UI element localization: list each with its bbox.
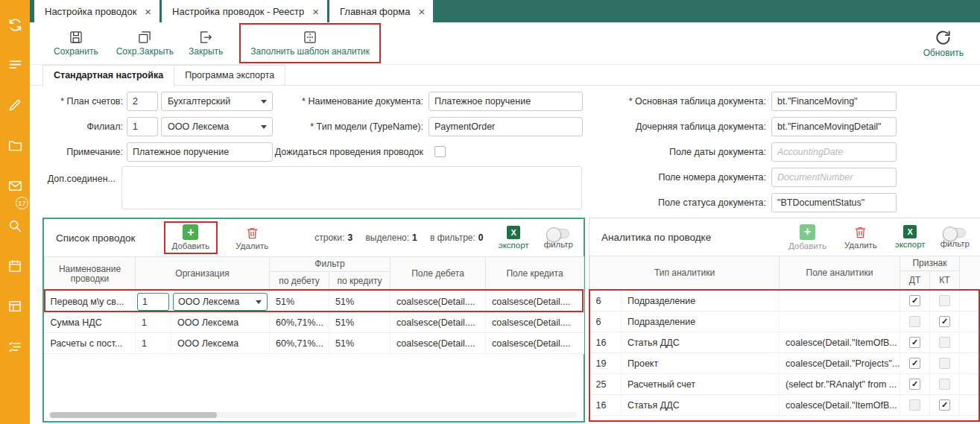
tab-main-form[interactable]: Главная форма × xyxy=(329,0,433,22)
col-header-by-credit: по кредиту xyxy=(329,272,391,291)
search-icon[interactable] xyxy=(0,206,30,246)
tab-close-icon[interactable]: × xyxy=(145,6,151,17)
number-field-label: Поле номера документа: xyxy=(658,172,766,183)
kt-checkbox[interactable] xyxy=(939,379,950,390)
dt-checkbox[interactable] xyxy=(909,358,920,369)
posting-row-selected[interactable]: Перевод м\у св... 1 ООО Лексема 51% 51% … xyxy=(45,291,584,312)
subtab-standard-settings[interactable]: Стандартная настройка xyxy=(42,65,174,85)
org-code-input[interactable]: 1 xyxy=(137,293,169,311)
analytics-panel-header: Аналитика по проводке Добавить Удалить э… xyxy=(589,218,980,256)
status-field-label: Поле статуса документа: xyxy=(658,197,766,208)
toggle-icon xyxy=(943,228,966,238)
analytics-row[interactable]: 25 Расчетный счет (select br."RAnalyt" f… xyxy=(590,374,980,395)
main-table-input[interactable] xyxy=(771,92,897,111)
kt-checkbox[interactable] xyxy=(939,358,950,369)
col-header-flag-group: Признак xyxy=(900,256,960,271)
posting-row[interactable]: Сумма НДС 1 ООО Лексема 60%,71%... 51% c… xyxy=(45,312,584,333)
delete-analytics-button[interactable]: Удалить xyxy=(844,225,877,250)
tab-postings-settings[interactable]: Настройка проводок × xyxy=(34,0,159,22)
analytics-row[interactable]: 6 Подразделение xyxy=(590,311,980,332)
horizontal-scrollbar xyxy=(48,412,578,418)
refresh-button[interactable]: Обновить xyxy=(923,29,964,58)
date-field-input[interactable] xyxy=(771,142,897,162)
postings-panel-header: Список проводок Добавить Удалить строки:… xyxy=(44,219,584,256)
col-header-analytics-field: Поле аналитики xyxy=(780,256,900,291)
status-field-input[interactable] xyxy=(771,193,897,212)
col-header-kt: КТ xyxy=(930,271,960,291)
subtab-export-program[interactable]: Программа экспорта xyxy=(174,65,285,85)
kt-checkbox[interactable] xyxy=(939,337,950,348)
trash-icon xyxy=(245,226,259,240)
calendar-icon[interactable] xyxy=(0,246,30,286)
save-close-icon xyxy=(137,30,152,45)
col-header-debit-field: Поле дебета xyxy=(391,257,486,291)
list-icon[interactable] xyxy=(0,45,30,85)
branch-code-input[interactable] xyxy=(127,117,158,136)
kt-checkbox[interactable] xyxy=(939,295,950,306)
analytics-row[interactable]: 19 Проект coalesce(Detail."Projects"... xyxy=(590,353,980,374)
settings-subtabs: Стандартная настройка Программа экспорта xyxy=(30,65,980,86)
analytics-row[interactable]: 16 Статья ДДС coalesce(Detail."ItemOfB..… xyxy=(590,395,980,416)
org-select[interactable]: ООО Лексема xyxy=(173,293,268,311)
extra-join-label: Доп.соединен... xyxy=(48,174,116,184)
analytics-row[interactable]: 6 Подразделение xyxy=(590,291,980,311)
col-header-filter-group: Фильтр xyxy=(270,257,391,272)
dt-checkbox[interactable] xyxy=(909,379,920,390)
tab-postings-registry[interactable]: Настройка проводок - Реестр × xyxy=(162,0,327,22)
col-header-org: Организация xyxy=(136,257,270,291)
table-grid-icon[interactable] xyxy=(0,286,30,326)
settings-form: * План счетов: Бухгалтерский Филиал: ООО… xyxy=(30,86,980,218)
plan-label: * План счетов: xyxy=(60,96,123,107)
refresh-icon xyxy=(935,29,952,46)
close-form-icon xyxy=(198,30,213,45)
delete-posting-button[interactable]: Удалить xyxy=(235,226,268,250)
add-icon xyxy=(183,224,198,240)
wait-posting-checkbox[interactable] xyxy=(434,146,446,157)
child-table-input[interactable] xyxy=(771,117,897,136)
export-excel-button[interactable]: экспорт xyxy=(895,225,926,249)
extra-join-textarea[interactable] xyxy=(121,166,582,209)
toggle-icon xyxy=(547,229,569,238)
mail-icon[interactable]: 17 xyxy=(0,165,30,206)
add-analytics-button[interactable]: Добавить xyxy=(788,224,826,250)
scrollbar-thumb[interactable] xyxy=(50,412,217,418)
filter-toggle[interactable]: фильтр xyxy=(544,227,573,249)
chevron-down-icon xyxy=(256,300,262,304)
posting-row[interactable]: Расчеты с пост... 1 ООО Лексема 60%,71%.… xyxy=(45,333,584,354)
dt-checkbox[interactable] xyxy=(909,337,920,348)
tab-close-icon[interactable]: × xyxy=(312,6,319,17)
task-check-icon[interactable] xyxy=(0,326,30,367)
analytics-panel-title: Аналитика по проводке xyxy=(601,232,711,243)
col-header-analytics-type: Тип аналитики xyxy=(590,256,780,291)
kt-checkbox[interactable] xyxy=(939,399,950,411)
dt-checkbox[interactable] xyxy=(909,399,920,411)
mail-count-badge: 17 xyxy=(16,197,28,209)
tab-close-icon[interactable]: × xyxy=(418,6,425,17)
excel-icon xyxy=(507,226,520,239)
tab-label: Настройка проводок - Реестр xyxy=(172,6,304,17)
kt-checkbox[interactable] xyxy=(939,316,950,327)
save-close-button[interactable]: Сохр.Закрыть xyxy=(116,30,174,57)
export-excel-button[interactable]: экспорт xyxy=(499,226,529,250)
branch-label: Филиал: xyxy=(87,121,123,132)
close-button[interactable]: Закрыть xyxy=(189,30,223,57)
dt-checkbox[interactable] xyxy=(909,295,920,306)
col-header-cut xyxy=(960,256,980,291)
save-button[interactable]: Сохранить xyxy=(54,30,98,57)
tab-label: Главная форма xyxy=(340,6,410,17)
fill-template-button[interactable]: Заполнить шаблон аналитик xyxy=(250,30,370,57)
analytics-table: Тип аналитики Поле аналитики Признак ДТ … xyxy=(589,256,980,416)
edit-pencil-icon[interactable] xyxy=(0,85,30,125)
trash-icon xyxy=(853,225,867,239)
app-window: 17 Настройка проводок × Настройка провод… xyxy=(0,0,980,424)
sync-icon[interactable] xyxy=(0,4,30,45)
analytics-row[interactable]: 16 Статья ДДС coalesce(Detail."ItemOfB..… xyxy=(590,332,980,353)
add-posting-button[interactable]: Добавить xyxy=(172,224,210,250)
postings-panel-title: Список проводок xyxy=(56,232,136,244)
number-field-input[interactable] xyxy=(771,168,897,187)
dt-checkbox[interactable] xyxy=(909,316,920,327)
filter-toggle[interactable]: фильтр xyxy=(941,226,970,248)
fill-template-icon xyxy=(303,30,317,45)
plan-code-input[interactable] xyxy=(127,92,158,111)
folder-icon[interactable] xyxy=(0,125,30,165)
